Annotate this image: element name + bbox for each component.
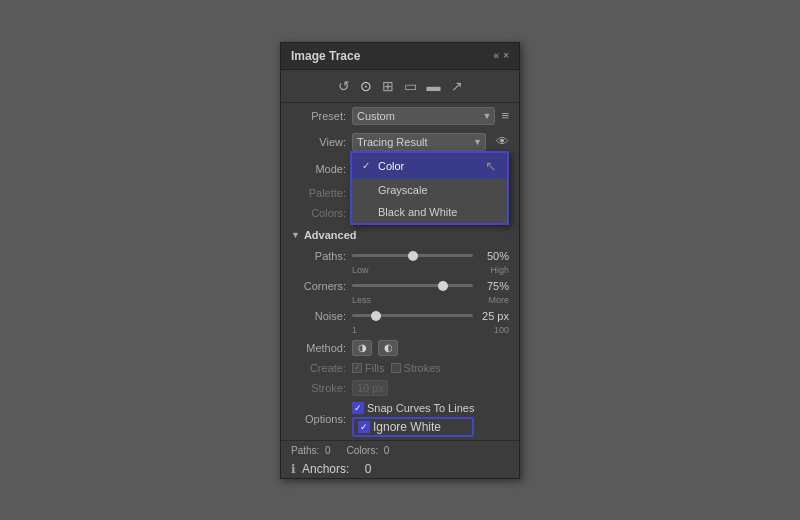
method-label: Method: — [291, 342, 346, 354]
palette-label: Palette: — [291, 187, 346, 199]
status-paths: Paths: 0 — [291, 445, 330, 456]
corners-row: Corners: 75% — [281, 277, 519, 295]
stroke-input[interactable] — [352, 380, 388, 396]
expand-button[interactable]: « — [494, 50, 500, 61]
paths-thumb[interactable] — [408, 251, 418, 261]
view1-icon[interactable]: ▭ — [404, 78, 417, 94]
options-row: Options: ✓ Snap Curves To Lines ✓ Ignore… — [281, 399, 519, 440]
status-colors-value: 0 — [384, 445, 390, 456]
status-bar: Paths: 0 Colors: 0 — [281, 440, 519, 460]
advanced-arrow-icon: ▼ — [291, 230, 300, 240]
preset-select-wrapper: Custom ▼ — [352, 107, 495, 125]
dropdown-item-grayscale[interactable]: Grayscale — [352, 179, 507, 201]
options-items: ✓ Snap Curves To Lines ✓ Ignore White — [352, 402, 474, 437]
mode-dropdown: ✓ Color ↖ Grayscale Black and White — [350, 151, 509, 225]
paths-row: Paths: 50% — [281, 247, 519, 265]
method-row: Method: ◑ ◐ — [281, 337, 519, 359]
camera-icon[interactable]: ⊙ — [360, 78, 372, 94]
method-btn-2[interactable]: ◐ — [378, 340, 398, 356]
cursor-icon: ↖ — [485, 158, 497, 174]
paths-range-labels: Low High — [281, 265, 519, 277]
view-label: View: — [291, 136, 346, 148]
preset-menu-icon[interactable]: ≡ — [501, 108, 509, 123]
view2-icon[interactable]: ▬ — [427, 78, 441, 94]
anchors-label: Anchors: — [302, 462, 349, 476]
noise-range-labels: 1 100 — [281, 325, 519, 337]
colors-label: Colors: — [291, 207, 346, 219]
info-icon[interactable]: ℹ — [291, 462, 296, 476]
preset-row: Preset: Custom ▼ ≡ — [281, 103, 519, 129]
checkmark-icon: ✓ — [362, 160, 372, 171]
fills-label: Fills — [365, 362, 385, 374]
corners-low-label: Less — [352, 295, 371, 305]
noise-value: 25 px — [479, 310, 509, 322]
status-paths-value: 0 — [325, 445, 331, 456]
mode-label: Mode: — [291, 163, 346, 175]
status-paths-label: Paths: — [291, 445, 319, 456]
view-select-wrapper: Tracing Result ▼ — [352, 133, 486, 151]
noise-high-label: 100 — [494, 325, 509, 335]
strokes-checkbox[interactable] — [391, 363, 401, 373]
stroke-label: Stroke: — [291, 382, 346, 394]
dropdown-bw-label: Black and White — [378, 206, 457, 218]
corners-thumb[interactable] — [438, 281, 448, 291]
paths-value: 50% — [479, 250, 509, 262]
options-label: Options: — [291, 413, 346, 425]
noise-thumb[interactable] — [371, 311, 381, 321]
status-colors-label: Colors: — [346, 445, 378, 456]
noise-label: Noise: — [291, 310, 346, 322]
export-icon[interactable]: ↗ — [451, 78, 463, 94]
noise-low-label: 1 — [352, 325, 357, 335]
strokes-checkbox-item: Strokes — [391, 362, 441, 374]
corners-high-label: More — [488, 295, 509, 305]
snap-curves-item: ✓ Snap Curves To Lines — [352, 402, 474, 414]
dropdown-color-label: Color — [378, 160, 404, 172]
paths-high-label: High — [490, 265, 509, 275]
snap-curves-checkbox[interactable]: ✓ — [352, 402, 364, 414]
corners-range-labels: Less More — [281, 295, 519, 307]
create-row: Create: ✓ Fills Strokes — [281, 359, 519, 377]
preset-label: Preset: — [291, 110, 346, 122]
panel-controls: « × — [494, 50, 509, 61]
view-select[interactable]: Tracing Result — [352, 133, 486, 151]
advanced-header[interactable]: ▼ Advanced — [281, 223, 519, 247]
snap-curves-label: Snap Curves To Lines — [367, 402, 474, 414]
method-btn-1[interactable]: ◑ — [352, 340, 372, 356]
create-label: Create: — [291, 362, 346, 374]
dropdown-item-bw[interactable]: Black and White — [352, 201, 507, 223]
fills-checkbox[interactable]: ✓ — [352, 363, 362, 373]
paths-slider[interactable] — [352, 254, 473, 257]
dropdown-grayscale-label: Grayscale — [378, 184, 428, 196]
advanced-label: Advanced — [304, 229, 357, 241]
save-icon[interactable]: ⊞ — [382, 78, 394, 94]
noise-row: Noise: 25 px — [281, 307, 519, 325]
panel-header: Image Trace « × — [281, 43, 519, 70]
noise-slider[interactable] — [352, 314, 473, 317]
strokes-label: Strokes — [404, 362, 441, 374]
close-button[interactable]: × — [503, 50, 509, 61]
stroke-row: Stroke: — [281, 377, 519, 399]
ignore-white-item[interactable]: ✓ Ignore White — [352, 417, 474, 437]
paths-low-label: Low — [352, 265, 369, 275]
corners-slider[interactable] — [352, 284, 473, 287]
toolbar: ↺ ⊙ ⊞ ▭ ▬ ↗ — [281, 70, 519, 103]
corners-value: 75% — [479, 280, 509, 292]
ignore-white-checkbox[interactable]: ✓ — [358, 421, 370, 433]
preset-select[interactable]: Custom — [352, 107, 495, 125]
info-row: ℹ Anchors: 0 — [281, 460, 519, 478]
fills-checkbox-item: ✓ Fills — [352, 362, 385, 374]
eye-icon[interactable]: 👁 — [496, 134, 509, 149]
anchors-value: 0 — [365, 462, 372, 476]
paths-label: Paths: — [291, 250, 346, 262]
dropdown-item-color[interactable]: ✓ Color ↖ — [352, 153, 507, 179]
ignore-white-label: Ignore White — [373, 420, 441, 434]
corners-label: Corners: — [291, 280, 346, 292]
refresh-icon[interactable]: ↺ — [338, 78, 350, 94]
panel-title: Image Trace — [291, 49, 360, 63]
status-colors: Colors: 0 — [346, 445, 389, 456]
image-trace-panel: Image Trace « × ↺ ⊙ ⊞ ▭ ▬ ↗ Preset: Cust… — [280, 42, 520, 479]
